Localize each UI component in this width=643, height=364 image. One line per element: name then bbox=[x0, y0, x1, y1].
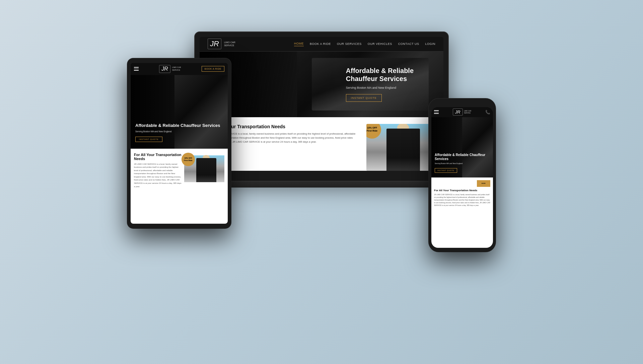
phone-frame: JR LIMO CAR SERVICE 📞 Affordable & R bbox=[429, 98, 496, 252]
scene: JR LIMO CAR SERVICE HOME BOOK A RIDE OUR… bbox=[121, 31, 522, 333]
phone-section-title: For All Your Transportation Needs bbox=[434, 189, 490, 192]
tablet-hero-content: Affordable & Reliable Chauffeur Services… bbox=[135, 123, 220, 142]
laptop-hero: Affordable & Reliable Chauffeur Services… bbox=[200, 52, 443, 117]
phone-hamburger-icon[interactable] bbox=[434, 110, 439, 114]
phone-lower-section: BOOK For All Your Transportation Needs J… bbox=[431, 177, 493, 248]
nav-contact[interactable]: CONTACT US bbox=[398, 42, 419, 46]
phone-hero-subtitle: Serving Boston MA and New England bbox=[435, 162, 493, 164]
laptop-lower-section: For All Your Transportation Needs JR LIM… bbox=[200, 117, 443, 171]
tablet-nav: JR LIMO CAR SERVICE BOOK A RIDE bbox=[131, 63, 228, 75]
phone-hero-content: Affordable & Reliable Chauffeur Services… bbox=[435, 153, 493, 173]
tablet-lower-image: 10% OFF First Ride bbox=[184, 155, 224, 182]
phone-icon[interactable]: 📞 bbox=[485, 110, 490, 115]
hamburger-menu-icon[interactable] bbox=[134, 67, 139, 71]
phone-hero-title: Affordable & Reliable Chauffeur Services bbox=[435, 153, 493, 161]
phone-logo: JR LIMO CAR SERVICE bbox=[453, 108, 472, 116]
laptop-nav: JR LIMO CAR SERVICE HOME BOOK A RIDE OUR… bbox=[200, 37, 443, 52]
phone-hero: Affordable & Reliable Chauffeur Services… bbox=[431, 117, 493, 177]
tablet-hero-subtitle: Serving Boston MA and New England bbox=[135, 130, 220, 133]
phone-screen: JR LIMO CAR SERVICE 📞 Affordable & R bbox=[431, 107, 493, 248]
laptop-logo: JR LIMO CAR SERVICE bbox=[208, 39, 235, 49]
nav-home[interactable]: HOME bbox=[294, 42, 304, 46]
laptop-device: JR LIMO CAR SERVICE HOME BOOK A RIDE OUR… bbox=[194, 31, 449, 188]
chauffeur-body bbox=[386, 129, 420, 171]
laptop-website: JR LIMO CAR SERVICE HOME BOOK A RIDE OUR… bbox=[200, 37, 443, 181]
laptop-hero-title: Affordable & Reliable Chauffeur Services bbox=[346, 67, 443, 83]
nav-vehicles[interactable]: OUR VEHICLES bbox=[368, 42, 392, 46]
tablet-instant-quote-button[interactable]: INSTANT QUOTE bbox=[135, 137, 162, 142]
logo-text: LIMO CAR SERVICE bbox=[224, 41, 235, 47]
phone-device: JR LIMO CAR SERVICE 📞 Affordable & R bbox=[429, 98, 496, 252]
phone-instant-quote-button[interactable]: INSTANT QUOTE bbox=[435, 168, 457, 173]
laptop-lower-image: 10% OFF First Ride bbox=[366, 124, 433, 171]
tablet-chauffeur bbox=[196, 158, 216, 182]
laptop-screen: JR LIMO CAR SERVICE HOME BOOK A RIDE OUR… bbox=[200, 37, 443, 181]
tablet-logo-text: LIMO CAR SERVICE bbox=[172, 66, 181, 71]
nav-links: HOME BOOK A RIDE OUR SERVICES OUR VEHICL… bbox=[294, 42, 435, 46]
laptop-dark-bar bbox=[200, 171, 443, 181]
tablet-screen: JR LIMO CAR SERVICE BOOK A RIDE Affor bbox=[131, 63, 228, 224]
phone-book-bar[interactable]: BOOK bbox=[477, 180, 490, 187]
nav-login[interactable]: LOGIN bbox=[425, 42, 435, 46]
tablet-hero-title: Affordable & Reliable Chauffeur Services bbox=[135, 123, 220, 128]
laptop-instant-quote-button[interactable]: INSTANT QUOTE bbox=[346, 94, 382, 102]
nav-services[interactable]: OUR SERVICES bbox=[337, 42, 362, 46]
laptop-hero-content: Affordable & Reliable Chauffeur Services… bbox=[200, 67, 443, 102]
tablet-hero: Affordable & Reliable Chauffeur Services… bbox=[131, 75, 228, 149]
tablet-discount-badge: 10% OFF First Ride bbox=[182, 153, 195, 166]
tablet-device: JR LIMO CAR SERVICE BOOK A RIDE Affor bbox=[127, 58, 231, 228]
phone-notch bbox=[452, 102, 472, 106]
tablet-lower-section: 10% OFF First Ride For All Your Transpor… bbox=[131, 149, 228, 224]
laptop-section-title: For All Your Transportation Needs bbox=[210, 124, 356, 129]
laptop-hero-subtitle: Serving Boston MA and New England bbox=[346, 86, 443, 89]
phone-logo-jr: JR bbox=[453, 108, 463, 116]
chauffeur-figure bbox=[386, 129, 420, 171]
phone-website: JR LIMO CAR SERVICE 📞 Affordable & R bbox=[431, 107, 493, 248]
tablet-logo-jr: JR bbox=[159, 65, 170, 73]
phone-section-body: JR LIMO CAR SERVICE is a local, family o… bbox=[434, 193, 490, 207]
phone-nav: JR LIMO CAR SERVICE 📞 bbox=[431, 107, 493, 117]
laptop-lower-text: For All Your Transportation Needs JR LIM… bbox=[210, 124, 356, 164]
laptop-section-body: JR LIMO CAR SERVICE is a local, family o… bbox=[210, 132, 356, 144]
tablet-frame: JR LIMO CAR SERVICE BOOK A RIDE Affor bbox=[127, 58, 231, 228]
tablet-website: JR LIMO CAR SERVICE BOOK A RIDE Affor bbox=[131, 63, 228, 224]
logo-jr-icon: JR bbox=[208, 39, 221, 49]
tablet-book-button[interactable]: BOOK A RIDE bbox=[202, 66, 224, 72]
nav-book-ride[interactable]: BOOK A RIDE bbox=[310, 42, 331, 46]
laptop-frame: JR LIMO CAR SERVICE HOME BOOK A RIDE OUR… bbox=[194, 31, 449, 181]
tablet-logo: JR LIMO CAR SERVICE bbox=[159, 65, 181, 73]
phone-logo-text: LIMO CAR SERVICE bbox=[464, 110, 472, 114]
tablet-chauffeur-body bbox=[196, 158, 216, 182]
